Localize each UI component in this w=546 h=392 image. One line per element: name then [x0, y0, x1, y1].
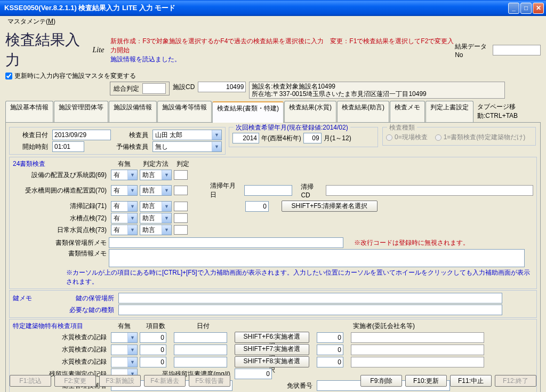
chevron-down-icon: ▼: [127, 213, 137, 223]
clean-cd-field[interactable]: [245, 201, 269, 212]
doc24-judge-box: [174, 170, 188, 180]
storage-memo-label: 書類保管場所メモ: [13, 238, 109, 247]
titlebar: KSSE0050(Ver.8.2.1.1) 検査結果入力 LITE 入力 モード…: [0, 0, 546, 16]
tab-memo[interactable]: 検査メモ: [390, 101, 425, 122]
doc24-umu-select[interactable]: 有▼: [111, 201, 138, 212]
key-type-field[interactable]: [118, 305, 502, 315]
doc-info-memo-label: 書類情報メモ: [13, 249, 109, 258]
lite-label: Lite: [93, 46, 105, 54]
start-time-field[interactable]: [52, 141, 84, 152]
clean-date-field[interactable]: [244, 185, 292, 196]
clean-vendor-button[interactable]: SHIFT+F5:清掃業者名選択: [282, 201, 378, 212]
chevron-down-icon: ▼: [162, 202, 171, 211]
loaded-text: 施設情報を読込ました。: [110, 55, 455, 64]
facility-cd-field[interactable]: [198, 82, 246, 92]
newline-note: ※改行コードは登録時に無視されます。: [354, 238, 469, 247]
doc24-method-select[interactable]: 助言▼: [140, 213, 172, 223]
inspect-date-field[interactable]: [52, 130, 111, 140]
doc24-method-select[interactable]: 助言▼: [140, 201, 172, 212]
inspector-select[interactable]: 山田 太郎▼: [152, 130, 222, 140]
tab-result-advice[interactable]: 検査結果(助言): [337, 101, 389, 122]
key-loc-field[interactable]: [118, 293, 502, 303]
sp-impl-button[interactable]: SHIFT+F7:実施者選択: [235, 344, 309, 355]
f5-button: F5:報告書: [189, 375, 230, 387]
storage-memo-field[interactable]: [109, 237, 343, 248]
update-master-checkbox[interactable]: 更新時に入力内容で施設マスタを変更する: [5, 71, 136, 81]
sp-col-umu: 有無: [111, 322, 138, 331]
doc24-method-select[interactable]: 助言▼: [140, 185, 172, 196]
doc24-judge-box: [174, 213, 188, 223]
chevron-down-icon: ▼: [162, 170, 171, 180]
sp-row-label: 水質検査の記録: [13, 357, 109, 366]
next-inspect-legend: 次回検査希望年月(現在登録値:2014/02): [234, 123, 350, 132]
doc24-umu-select[interactable]: 有▼: [111, 225, 138, 235]
sp-umu-select[interactable]: ▼: [111, 332, 138, 343]
next-year-field[interactable]: [232, 133, 259, 143]
sp-count-field[interactable]: [140, 345, 166, 355]
sp-col-date: 日付: [174, 322, 232, 331]
pre-inspector-select[interactable]: 無し▼: [152, 141, 222, 152]
ctrl-f5-hint: ※カーソルが上の項目にある時に[CTRL]+[F5]で入力補助画面が表示されます…: [13, 268, 533, 286]
doc24-method-select[interactable]: 助言▼: [140, 225, 172, 235]
sp-impl-cd-field[interactable]: [317, 345, 343, 355]
tab-result-water[interactable]: 検査結果(水質): [284, 101, 336, 122]
doc24-judge-box: [174, 225, 188, 235]
sp-count-field[interactable]: [140, 332, 166, 343]
doc24-umu-select[interactable]: 有▼: [111, 213, 138, 223]
key-memo-title: 鍵メモ: [13, 294, 55, 303]
tab-remarks[interactable]: 施設備考等情報: [157, 101, 212, 122]
start-time-label: 開始時刻: [13, 142, 50, 151]
result-data-no-field[interactable]: [493, 45, 541, 55]
f3-button: F3:新施設: [99, 375, 141, 387]
menu-master[interactable]: マスタメンテ(M): [4, 17, 59, 26]
sp-impl-button[interactable]: SHIFT+F6:実施者選択: [235, 332, 309, 343]
sp-col-impl: 実施者(委託会社名等): [235, 322, 533, 331]
sp-impl-name-field[interactable]: [351, 332, 484, 343]
overall-judge-field[interactable]: [142, 83, 166, 94]
tab-override[interactable]: 判定上書設定: [425, 101, 473, 122]
tabs: 施設基本情報 施設管理団体等 施設設備情報 施設備考等情報 検査結果(書類・特建…: [5, 101, 541, 123]
col-method: 判定方法: [140, 159, 172, 169]
sp-date-field[interactable]: [174, 345, 227, 355]
sp-date-field[interactable]: [174, 357, 227, 367]
doc24-umu-select[interactable]: 有▼: [111, 185, 138, 196]
update-master-check-icon[interactable]: [5, 73, 12, 79]
f12-button: F12:終了: [495, 375, 536, 387]
tab-hint: タブページ移動:CTRL+TAB: [474, 101, 541, 122]
sp-umu-select[interactable]: ▼: [111, 357, 138, 367]
window-title: KSSE0050(Ver.8.2.1.1) 検査結果入力 LITE 入力 モード: [2, 3, 508, 13]
minimize-button[interactable]: _: [508, 3, 519, 14]
doc24-row-label: 水槽点検(72): [13, 214, 109, 223]
key-type-label: 必要な鍵の種類: [58, 306, 116, 315]
inspect-date-label: 検査日付: [13, 131, 50, 140]
sp-umu-select[interactable]: ▼: [111, 345, 138, 355]
f11-button[interactable]: F11:中止: [450, 375, 492, 387]
next-month-field[interactable]: [303, 133, 322, 143]
tab-result-doc[interactable]: 検査結果(書類・特建): [212, 101, 284, 123]
sp-impl-button[interactable]: SHIFT+F8:実施者選択: [235, 356, 309, 367]
col-judge: 判定: [174, 159, 192, 169]
doc24-row-label: 日常水質点検(73): [13, 226, 109, 235]
doc24-judge-box: [174, 202, 188, 211]
sp-count-field[interactable]: [140, 357, 166, 367]
maximize-button[interactable]: □: [520, 3, 532, 14]
sp-date-field[interactable]: [174, 332, 227, 343]
f10-button[interactable]: F10:更新: [405, 375, 447, 387]
chevron-down-icon: ▼: [127, 345, 137, 355]
inspect-type-legend: 検査種類: [387, 123, 417, 132]
sp-impl-name-field[interactable]: [351, 357, 484, 367]
tab-basic[interactable]: 施設基本情報: [5, 101, 53, 122]
tab-org[interactable]: 施設管理団体等: [54, 101, 108, 122]
doc24-method-select[interactable]: 助言▼: [140, 170, 172, 180]
pre-inspector-label: 予備検査員: [113, 142, 150, 151]
clean-name-field[interactable]: [326, 185, 533, 196]
tab-equip[interactable]: 施設設備情報: [109, 101, 157, 122]
doc24-umu-select[interactable]: 有▼: [111, 170, 138, 180]
sp-impl-cd-field[interactable]: [317, 332, 343, 343]
sp-impl-cd-field[interactable]: [317, 357, 343, 367]
f9-button[interactable]: F9:削除: [360, 375, 402, 387]
close-button[interactable]: ✕: [533, 3, 544, 14]
facility-cd-label: 施設CD: [173, 82, 195, 92]
sp-impl-name-field[interactable]: [351, 345, 484, 355]
doc-info-memo-field[interactable]: [109, 249, 525, 267]
